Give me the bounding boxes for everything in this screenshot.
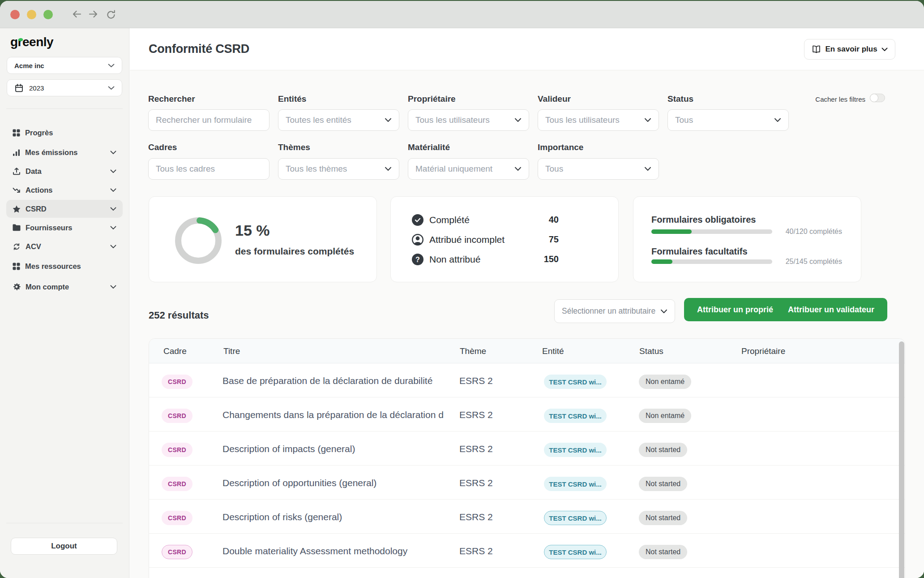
svg-text:?: ? bbox=[415, 256, 420, 263]
